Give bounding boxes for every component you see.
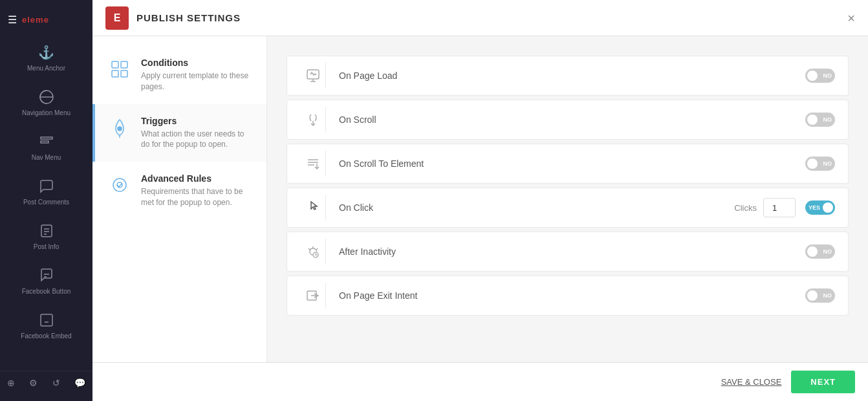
advanced-rules-title: Advanced Rules [141, 173, 254, 184]
trigger-on-page-load: On Page Load NO [287, 56, 849, 96]
trigger-on-scroll: On Scroll NO [287, 100, 849, 140]
chat-icon[interactable]: 💬 [74, 378, 85, 388]
triggers-content: Triggers What action the user needs to d… [141, 116, 254, 151]
trigger-label-scroll: On Scroll [339, 114, 805, 125]
clicks-input[interactable] [763, 198, 796, 217]
inactivity-icon [300, 239, 326, 265]
nav-item-triggers[interactable]: Triggers What action the user needs to d… [92, 104, 266, 162]
trigger-label-click: On Click [339, 202, 734, 213]
modal-close-button[interactable]: × [847, 12, 855, 25]
sidebar-item-label: Post Comments [23, 199, 69, 206]
svg-rect-9 [41, 314, 52, 326]
conditions-content: Conditions Apply current template to the… [141, 58, 254, 92]
trigger-on-scroll-to-element: On Scroll To Element NO [287, 144, 849, 184]
triggers-title: Triggers [141, 116, 254, 126]
scroll-to-element-icon [300, 151, 326, 177]
sidebar-item-menu-anchor[interactable]: ⚓ Menu Anchor [0, 36, 92, 80]
toggle-slider: NO [805, 244, 835, 259]
settings-icon[interactable]: ⚙ [29, 378, 38, 388]
sidebar-item-facebook-embed[interactable]: Facebook Embed [0, 303, 92, 348]
svg-rect-2 [41, 141, 49, 143]
triggers-content-panel: On Page Load NO [267, 36, 868, 362]
svg-rect-12 [112, 70, 118, 77]
page-load-icon [300, 63, 326, 89]
toggle-on-page-load[interactable]: NO [805, 69, 835, 83]
next-button[interactable]: NEXT [791, 371, 855, 393]
toggle-no-label: NO [823, 248, 832, 255]
sidebar-item-nav-menu[interactable]: Nav Menu [0, 125, 92, 169]
comments-icon [38, 177, 56, 195]
trigger-on-click: On Click Clicks YES [287, 188, 849, 228]
svg-rect-3 [41, 225, 52, 237]
click-extra: Clicks [734, 198, 796, 217]
publish-settings-modal: E PUBLISH SETTINGS × Conditions Apply cu… [92, 0, 868, 401]
nav-menu-icon [38, 133, 56, 151]
toggle-slider: NO [805, 157, 835, 171]
toggle-no-label: NO [823, 72, 832, 79]
toggle-slider: YES [805, 200, 835, 215]
modal-header: E PUBLISH SETTINGS × [92, 0, 868, 36]
sidebar-item-label: Facebook Button [22, 288, 71, 296]
elementor-logo: eleme [22, 15, 49, 25]
conditions-title: Conditions [141, 58, 254, 68]
conditions-icon [108, 58, 131, 81]
facebook-button-icon [38, 266, 56, 285]
toggle-no-label: NO [823, 292, 832, 299]
clicks-label: Clicks [734, 203, 757, 213]
exit-intent-icon [300, 283, 326, 309]
scroll-icon [300, 107, 326, 133]
sidebar-item-label: Nav Menu [32, 154, 61, 162]
settings-nav-panel: Conditions Apply current template to the… [92, 36, 267, 362]
sidebar-item-post-info[interactable]: Post Info [0, 214, 92, 259]
modal-title: PUBLISH SETTINGS [136, 12, 847, 23]
sidebar-item-label: Post Info [34, 243, 59, 251]
sidebar-item-navigation-menu[interactable]: Navigation Menu [0, 80, 92, 125]
sidebar-header: ☰ eleme [0, 6, 92, 32]
trigger-label-page-load: On Page Load [339, 70, 805, 81]
svg-point-14 [118, 127, 122, 131]
post-info-icon [38, 222, 56, 240]
svg-rect-1 [41, 137, 52, 139]
toggle-no-label: NO [823, 160, 832, 167]
triggers-desc: What action the user needs to do for the… [141, 129, 254, 151]
advanced-rules-desc: Requirements that have to be met for the… [141, 186, 254, 208]
facebook-embed-icon [38, 311, 56, 329]
nav-item-advanced-rules[interactable]: Advanced Rules Requirements that have to… [92, 162, 266, 220]
sidebar: ☰ eleme ⚓ Menu Anchor Navigation Menu Na… [0, 0, 92, 401]
trigger-label-exit: On Page Exit Intent [339, 290, 805, 301]
trigger-after-inactivity: After Inactivity NO [287, 232, 849, 272]
advanced-rules-icon [108, 173, 131, 197]
add-icon[interactable]: ⊕ [7, 378, 15, 388]
toggle-on-scroll-element[interactable]: NO [805, 157, 835, 171]
trigger-on-page-exit-intent: On Page Exit Intent NO [287, 276, 849, 316]
svg-rect-10 [112, 61, 118, 68]
sidebar-item-facebook-button[interactable]: Facebook Button [0, 259, 92, 303]
anchor-icon: ⚓ [38, 43, 56, 61]
sidebar-bottom: ⊕ ⚙ ↺ 💬 [0, 371, 92, 395]
svg-point-15 [113, 179, 126, 191]
conditions-desc: Apply current template to these pages. [141, 70, 254, 92]
modal-body: Conditions Apply current template to the… [92, 36, 868, 362]
toggle-on-scroll[interactable]: NO [805, 113, 835, 127]
trigger-label-scroll-element: On Scroll To Element [339, 158, 805, 169]
bottom-toolbar: ⊕ ⚙ ↺ 💬 [0, 371, 92, 395]
toggle-slider: NO [805, 69, 835, 83]
sidebar-item-label: Menu Anchor [27, 65, 65, 72]
svg-rect-11 [121, 61, 127, 68]
save-close-button[interactable]: SAVE & CLOSE [721, 377, 782, 387]
toggle-no-label: NO [823, 116, 832, 123]
toggle-yes-label: YES [808, 204, 820, 211]
refresh-icon[interactable]: ↺ [52, 378, 60, 388]
nav-item-conditions[interactable]: Conditions Apply current template to the… [92, 46, 266, 104]
toggle-on-exit-intent[interactable]: NO [805, 288, 835, 303]
sidebar-item-label: Navigation Menu [22, 109, 71, 117]
sidebar-item-post-comments[interactable]: Post Comments [0, 169, 92, 214]
toggle-on-click[interactable]: YES [805, 200, 835, 215]
triggers-icon [108, 116, 131, 139]
toggle-after-inactivity[interactable]: NO [805, 244, 835, 259]
click-icon [300, 195, 326, 221]
trigger-label-inactivity: After Inactivity [339, 246, 805, 257]
hamburger-icon[interactable]: ☰ [8, 14, 17, 26]
wp-icon [38, 88, 56, 106]
toggle-slider: NO [805, 113, 835, 127]
